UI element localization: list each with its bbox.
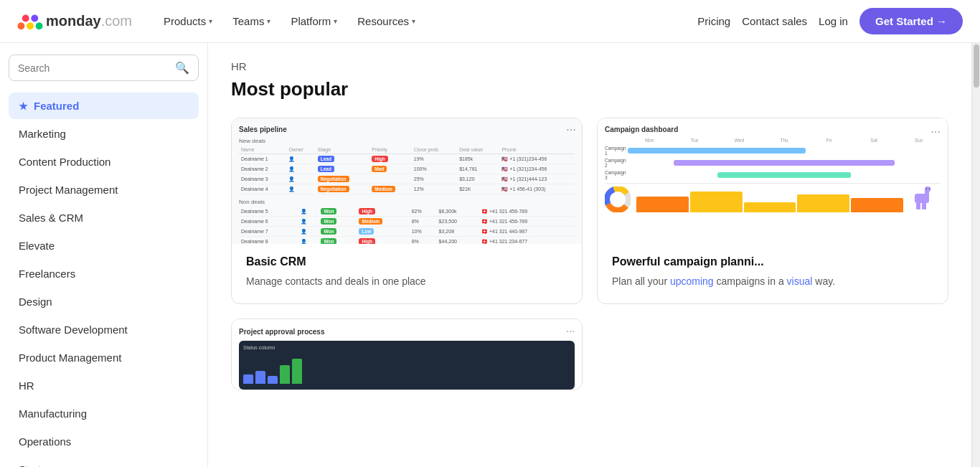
sidebar-item-manufacturing[interactable]: Manufacturing	[9, 400, 199, 427]
cp-title: Campaign dashboard	[605, 126, 678, 133]
main-content: HR Most popular Sales pipeline New deals…	[208, 43, 971, 467]
more-options-icon[interactable]: ⋯	[930, 126, 941, 138]
card-preview-sales-pipeline: Sales pipeline New deals Name Owner Stag…	[232, 118, 582, 244]
svg-point-0	[17, 22, 24, 29]
svg-point-2	[36, 22, 43, 29]
scrollbar-track	[971, 43, 980, 467]
hr-tag: HR	[231, 60, 948, 72]
pie-chart	[605, 187, 631, 212]
sidebar-item-startup[interactable]: Startup	[9, 456, 199, 467]
search-input[interactable]	[18, 62, 175, 74]
section-title: Most popular	[231, 78, 948, 100]
svg-rect-14	[925, 187, 927, 190]
svg-point-4	[31, 14, 38, 22]
contact-sales-link[interactable]: Contact sales	[742, 15, 807, 27]
page-body: 🔍 ★ Featured Marketing Content Productio…	[0, 43, 980, 467]
sp-table-non-deals: Dealname 5 👤 Won High 62% $6,300k 🇨🇭 +41…	[239, 207, 575, 244]
sidebar-item-software-development[interactable]: Software Development	[9, 316, 199, 343]
pricing-link[interactable]: Pricing	[697, 15, 730, 27]
get-started-button[interactable]: Get Started →	[859, 8, 963, 34]
login-link[interactable]: Log in	[819, 15, 848, 27]
sidebar-item-hr[interactable]: HR	[9, 372, 199, 399]
table-row: Dealname 3 👤 Negotiation 25% $3,120 🇺🇸 +…	[239, 174, 575, 184]
sp-title: Sales pipeline	[239, 126, 575, 133]
table-row: Dealname 8 👤 Won High 8% $44,200 🇨🇭 +41 …	[239, 237, 575, 245]
sidebar-item-operations[interactable]: Operations	[9, 428, 199, 455]
chevron-down-icon: ▾	[209, 17, 212, 25]
card-body-campaign: Powerful campaign planni... Plan all you…	[598, 244, 948, 303]
logo-text: monday.com	[46, 13, 132, 29]
nav-teams[interactable]: Teams ▾	[224, 9, 279, 33]
card-project-approval[interactable]: Project approval process ⋯ Status column	[231, 319, 583, 390]
table-row: Dealname 4 👤 Negotiation Medium 12% $21K…	[239, 184, 575, 194]
navbar: monday.com Products ▾ Teams ▾ Platform ▾…	[0, 0, 980, 43]
nav-links: Products ▾ Teams ▾ Platform ▾ Resources …	[155, 9, 697, 33]
card-preview-campaign-dashboard: Campaign dashboard ⋯ Mon Tue Wed Thu Fri…	[598, 118, 948, 244]
sidebar: 🔍 ★ Featured Marketing Content Productio…	[0, 43, 208, 467]
star-icon: ★	[19, 100, 28, 112]
sp-table-new-deals: Name Owner Stage Priority Close prob. De…	[239, 146, 575, 194]
card-title: Basic CRM	[246, 255, 567, 268]
card-title: Powerful campaign planni...	[612, 255, 933, 268]
card-description: Manage contacts and deals in one place	[246, 274, 567, 289]
cards-grid: Sales pipeline New deals Name Owner Stag…	[231, 118, 948, 390]
bar-chart	[636, 187, 903, 212]
svg-rect-15	[929, 187, 930, 190]
table-row: Dealname 1 👤 Lead High 19% $185k 🇺🇸 +1 (…	[239, 154, 575, 164]
sidebar-item-content-production[interactable]: Content Production	[9, 148, 199, 175]
svg-point-3	[22, 14, 29, 22]
more-options-icon[interactable]: ⋯	[566, 326, 575, 336]
svg-point-1	[27, 22, 34, 29]
sidebar-item-featured[interactable]: ★ Featured	[9, 93, 199, 119]
logo[interactable]: monday.com	[17, 11, 132, 32]
search-icon: 🔍	[175, 61, 189, 75]
sidebar-item-sales-crm[interactable]: Sales & CRM	[9, 204, 199, 231]
table-row: Dealname 7 👤 Won Low 10% $3,208 🇨🇭 +41 3…	[239, 227, 575, 237]
card-description: Plan all your upcoming campaigns in a vi…	[612, 274, 933, 289]
sidebar-item-elevate[interactable]: Elevate	[9, 232, 199, 259]
table-row: Dealname 5 👤 Won High 62% $6,300k 🇨🇭 +41…	[239, 207, 575, 217]
pp-title: Project approval process	[239, 328, 325, 336]
nav-resources[interactable]: Resources ▾	[349, 9, 424, 33]
sidebar-item-design[interactable]: Design	[9, 288, 199, 315]
nav-products[interactable]: Products ▾	[155, 9, 221, 33]
sidebar-item-marketing[interactable]: Marketing	[9, 121, 199, 147]
chevron-down-icon: ▾	[334, 17, 337, 25]
sidebar-item-project-management[interactable]: Project Management	[9, 176, 199, 203]
card-basic-crm[interactable]: Sales pipeline New deals Name Owner Stag…	[231, 118, 583, 304]
table-row: Dealname 6 👤 Won Medium 8% $23,500 🇨🇭 +4…	[239, 217, 575, 227]
table-row: Dealname 2 👤 Lead Med 100% $14,781 🇺🇸 +1…	[239, 164, 575, 174]
sidebar-item-product-management[interactable]: Product Management	[9, 344, 199, 371]
sidebar-item-freelancers[interactable]: Freelancers	[9, 260, 199, 287]
card-campaign-planning[interactable]: Campaign dashboard ⋯ Mon Tue Wed Thu Fri…	[597, 118, 948, 304]
more-options-icon[interactable]: ⋯	[566, 124, 576, 136]
chevron-down-icon: ▾	[267, 17, 270, 25]
nav-right: Pricing Contact sales Log in Get Started…	[697, 8, 963, 34]
search-box[interactable]: 🔍	[9, 55, 199, 81]
monday-logo-icon	[17, 11, 43, 32]
scrollbar-thumb[interactable]	[974, 44, 979, 88]
chevron-down-icon: ▾	[412, 17, 415, 25]
card-body-basic-crm: Basic CRM Manage contacts and deals in o…	[232, 244, 582, 303]
project-approval-preview: Status column	[239, 341, 575, 390]
illustration	[909, 187, 941, 212]
nav-platform[interactable]: Platform ▾	[282, 9, 346, 33]
